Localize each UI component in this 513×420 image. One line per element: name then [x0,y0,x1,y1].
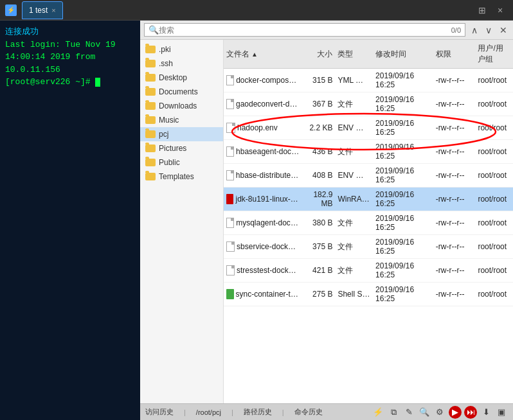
sidebar-item-pcj[interactable]: pcj [140,127,223,141]
rar-icon [226,194,233,204]
table-row[interactable]: sync-container-time.sh 275 B Shell Scrip… [224,283,513,306]
sidebar-item-documents[interactable]: Documents [140,85,223,99]
window-controls: ⊞ × [474,4,508,17]
cell-perm: -rw-r--r-- [433,241,476,252]
sidebar-item-downloads[interactable]: Downloads [140,99,223,113]
col-size[interactable]: 大小 [302,48,336,61]
cell-user: root/root [475,288,513,300]
cell-name: jdk-8u191-linux-x64.t... [224,193,302,206]
cell-perm: -rw-r--r-- [433,170,476,181]
cell-perm: -rw-r--r-- [433,98,476,110]
play-icon[interactable]: ▶ [449,406,462,419]
cell-name: gaodeconvert-docke... [224,98,302,110]
cell-perm: -rw-r--r-- [433,74,476,86]
close-button[interactable]: × [492,4,508,17]
cell-name: hbaseagent-dockerfile [224,145,302,158]
search-input[interactable] [159,26,449,35]
skip-icon[interactable]: ⏭ [464,406,477,419]
fm-body: .pki.sshDesktopDocumentsDownloadsMusicpc… [140,40,513,403]
sidebar-item-label: Downloads [159,101,197,110]
cell-user: root/root [475,74,513,86]
cell-user: root/root [475,170,513,181]
table-row[interactable]: docker-compose-tra... 315 B YML 文件 2019/… [224,69,513,92]
cell-perm: -rw-r--r-- [433,217,476,229]
window-icon[interactable]: ▣ [495,406,508,419]
search-count: 0/0 [451,26,461,34]
terminal-line-1: 连接成功 [5,26,135,39]
sidebar-item-label: Music [159,116,179,125]
table-row[interactable]: gaodeconvert-docke... 367 B 文件 2019/09/1… [224,92,513,116]
terminal-panel[interactable]: 连接成功 Last login: Tue Nov 19 14:00:14 201… [0,21,140,420]
sidebar-item-ssh[interactable]: .ssh [140,57,223,71]
status-path-history[interactable]: 路径历史 [244,407,272,417]
sidebar-item-music[interactable]: Music [140,113,223,127]
sidebar-item-desktop[interactable]: Desktop [140,71,223,85]
cell-name: docker-compose-tra... [224,74,302,87]
sidebar-item-label: Desktop [159,73,187,82]
cell-date: 2019/09/16 16:25 [373,189,433,209]
table-row[interactable]: stresstest-dockerfile 421 B 文件 2019/09/1… [224,259,513,283]
gear-icon[interactable]: ⚙ [433,406,446,419]
cell-perm: -rw-r--r-- [433,288,476,300]
fm-filelist[interactable]: 文件名 ▲ 大小 类型 修改时间 权限 [224,40,513,403]
cell-date: 2019/09/16 16:25 [373,236,433,257]
col-perm[interactable]: 权限 [433,48,476,61]
cell-name: sbservice-dockerfile [224,240,302,253]
table-row[interactable]: hadoop.env 2.2 KB ENV 文件 2019/09/16 16:2… [224,116,513,140]
cell-date: 2019/09/16 16:25 [373,141,433,162]
status-path[interactable]: /root/pcj [196,408,221,416]
download-icon[interactable]: ⬇ [480,406,492,419]
col-date[interactable]: 修改时间 [373,48,433,61]
col-user[interactable]: 用户/用户组 [475,42,513,66]
status-sep1: | [184,408,186,416]
status-cmd-history[interactable]: 命令历史 [294,407,323,417]
search-prev-button[interactable]: ∧ [469,24,480,37]
folder-icon [145,102,156,110]
cell-type: 文件 [335,264,373,277]
cell-perm: -rw-r--r-- [433,146,476,157]
status-history[interactable]: 访问历史 [145,407,174,417]
edit-icon[interactable]: ✎ [402,406,415,419]
search-next-button[interactable]: ∨ [483,24,494,37]
sidebar-item-pictures[interactable]: Pictures [140,141,223,155]
tab-close-button[interactable]: × [51,6,55,14]
cell-type: Shell Script [335,288,373,300]
table-row[interactable]: sbservice-dockerfile 375 B 文件 2019/09/16… [224,235,513,259]
cell-name: stresstest-dockerfile [224,264,302,277]
cell-date: 2019/09/16 16:25 [373,260,433,281]
sidebar-item-pki[interactable]: .pki [140,42,223,57]
terminal-prompt: [root@serv226 ~]# [5,77,91,87]
cell-size: 315 B [302,74,336,86]
table-row[interactable]: mysqlagent-dockerfile 380 B 文件 2019/09/1… [224,211,513,235]
col-type[interactable]: 类型 [335,48,373,61]
col-name[interactable]: 文件名 ▲ [224,48,302,61]
lightning-icon[interactable]: ⚡ [372,406,384,419]
tab-1[interactable]: 1 test × [22,1,63,19]
grid-view-button[interactable]: ⊞ [474,4,490,17]
fm-sidebar: .pki.sshDesktopDocumentsDownloadsMusicpc… [140,40,224,403]
table-row[interactable]: jdk-8u191-linux-x64.t... 182.9 MB WinRAR… [224,188,513,211]
file-rows-container: docker-compose-tra... 315 B YML 文件 2019/… [224,69,513,306]
cell-size: 421 B [302,265,336,276]
cell-size: 367 B [302,98,336,110]
cell-date: 2019/09/16 16:25 [373,284,433,304]
copy-icon[interactable]: ⧉ [387,406,400,419]
search-box[interactable]: 🔍 0/0 [144,23,465,37]
cell-size: 380 B [302,217,336,229]
sidebar-item-label: Public [159,158,180,167]
sidebar-item-public[interactable]: Public [140,155,223,170]
cell-perm: -rw-r--r-- [433,122,476,134]
cell-user: root/root [475,217,513,229]
search-close-button[interactable]: ✕ [498,24,509,37]
terminal-line-2: Last login: Tue Nov 19 14:00:14 2019 fro… [5,39,135,76]
search-status-icon[interactable]: 🔍 [418,406,431,419]
sidebar-item-templates[interactable]: Templates [140,170,223,184]
cell-user: root/root [475,122,513,134]
status-sep2: | [231,408,233,416]
table-row[interactable]: hbaseagent-dockerfile 436 B 文件 2019/09/1… [224,140,513,164]
fm-header-row: 文件名 ▲ 大小 类型 修改时间 权限 [224,40,513,69]
cell-type: WinRAR ... [335,193,373,205]
sidebar-item-label: Templates [159,172,194,181]
cell-type: 文件 [335,240,373,254]
table-row[interactable]: hbase-distributed-loc... 408 B ENV 文件 20… [224,164,513,188]
